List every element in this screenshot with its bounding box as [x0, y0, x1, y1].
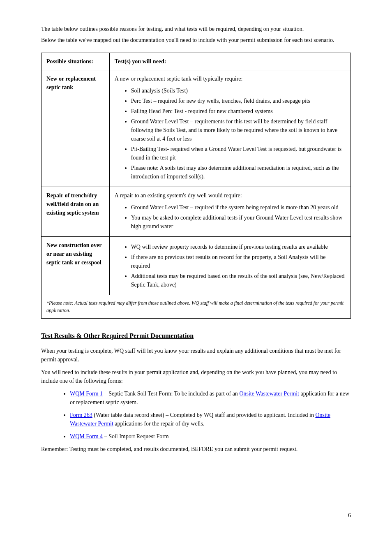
- list-item: Additional tests may be required based o…: [131, 272, 346, 289]
- table-row: New or replacement septic tank A new or …: [42, 70, 351, 187]
- table-row: Repair of trench/dry well/field drain on…: [42, 187, 351, 237]
- situation-cell: New construction over or near an existin…: [42, 237, 110, 295]
- list-item: Soil analysis (Soils Test): [131, 86, 346, 95]
- intro-paragraph-1: The table below outlines possible reason…: [41, 25, 351, 33]
- table-header-right: Test(s) you will need:: [109, 53, 350, 70]
- section-heading: Test Results & Other Required Permit Doc…: [41, 331, 351, 341]
- list-item-text: – Septic Tank Soil Test Form: To be incl…: [103, 391, 239, 397]
- list-item: WQM Form 1 – Septic Tank Soil Test Form:…: [70, 389, 351, 407]
- intro-section: The table below outlines possible reason…: [41, 25, 351, 44]
- tests-cell: WQ will review property records to deter…: [109, 237, 350, 295]
- list-item: If there are no previous test results on…: [131, 253, 346, 270]
- form-link[interactable]: WQM Form 1: [70, 391, 103, 397]
- tests-list: Ground Water Level Test – required if th…: [115, 203, 346, 231]
- tests-cell: A repair to an existing system's dry wel…: [109, 187, 350, 237]
- tests-cell: A new or replacement septic tank will ty…: [109, 70, 350, 187]
- situation-cell: New or replacement septic tank: [42, 70, 110, 187]
- situation-cell: Repair of trench/dry well/field drain on…: [42, 187, 110, 237]
- list-item: Perc Test – required for new dry wells, …: [131, 97, 346, 105]
- list-item: WQM Form 4 – Soil Import Request Form: [70, 432, 351, 441]
- list-item: Please note: A soils test may also deter…: [131, 164, 346, 181]
- form-link[interactable]: WQM Form 4: [70, 433, 103, 439]
- tests-list: Soil analysis (Soils Test) Perc Test – r…: [115, 86, 346, 181]
- list-item: Pit-Bailing Test- required when a Ground…: [131, 145, 346, 162]
- list-item: Ground Water Level Test – requirements f…: [131, 117, 346, 143]
- section-paragraph: Remember: Testing must be completed, and…: [41, 445, 351, 453]
- table-footnote-row: *Please note: Actual tests required may …: [42, 295, 351, 319]
- section-paragraph: When your testing is complete, WQ staff …: [41, 347, 351, 364]
- intro-paragraph-2: Below the table we've mapped out the doc…: [41, 36, 351, 44]
- table-row: New construction over or near an existin…: [42, 237, 351, 295]
- list-item-text: – Soil Import Request Form: [103, 433, 169, 439]
- table-footnote: *Please note: Actual tests required may …: [42, 295, 351, 319]
- page-number: 6: [41, 511, 351, 520]
- permit-link[interactable]: Onsite Wastewater Permit: [239, 391, 299, 397]
- list-item: WQ will review property records to deter…: [131, 243, 346, 251]
- list-item: You may be asked to complete additional …: [131, 213, 346, 231]
- documentation-section: Test Results & Other Required Permit Doc…: [41, 331, 351, 453]
- tests-list: WQ will review property records to deter…: [115, 243, 346, 289]
- list-item: Form 263 (Water table data record sheet)…: [70, 411, 351, 428]
- cell-intro: A new or replacement septic tank will ty…: [115, 74, 346, 83]
- form-link[interactable]: Form 263: [70, 412, 92, 418]
- table-header-left: Possible situations:: [42, 53, 110, 70]
- list-item: Falling Head Perc Test - required for ne…: [131, 107, 346, 116]
- forms-list: WQM Form 1 – Septic Tank Soil Test Form:…: [41, 389, 351, 441]
- list-item-text: (Water table data record sheet) – Comple…: [92, 412, 316, 418]
- cell-intro: A repair to an existing system's dry wel…: [115, 191, 346, 200]
- list-item-text: applications for the repair of dry wells…: [113, 421, 205, 427]
- list-item: Ground Water Level Test – required if th…: [131, 203, 346, 212]
- section-paragraph: You will need to include these results i…: [41, 368, 351, 385]
- situations-tests-table: Possible situations: Test(s) you will ne…: [41, 53, 351, 319]
